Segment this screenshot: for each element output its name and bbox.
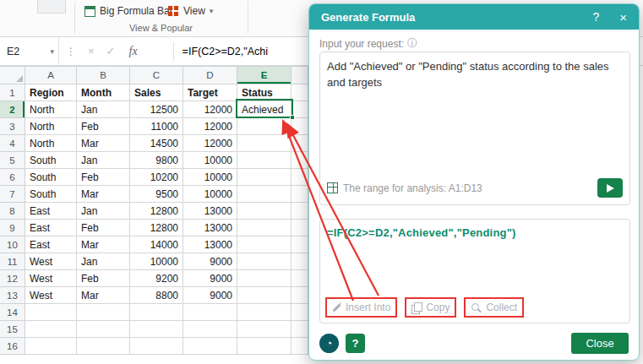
cell-A13[interactable]: West [25,287,77,304]
row-header-13[interactable]: 13 [0,287,25,304]
cell-C6[interactable]: 10200 [130,169,183,186]
cell-partial-3[interactable] [292,118,308,135]
row-header-12[interactable]: 12 [0,270,25,287]
cell-partial-1[interactable] [292,84,308,101]
cell-E12[interactable] [237,270,292,287]
row-header-4[interactable]: 4 [0,135,25,152]
cell-A4[interactable]: North [25,135,77,152]
cell-C11[interactable]: 10000 [130,253,183,270]
insert-function-icon[interactable]: fx [129,45,138,58]
col-header-D[interactable]: D [183,67,237,84]
info-icon[interactable]: ⓘ [407,36,417,51]
enter-icon[interactable]: ✓ [106,45,116,57]
grid-select-all-corner[interactable] [0,67,25,84]
cell-B9[interactable]: Feb [77,220,130,236]
cell-B14[interactable] [77,304,130,321]
copy-button[interactable]: Copy [405,297,456,318]
cell-C7[interactable]: 9500 [130,186,183,203]
cell-partial-13[interactable] [292,287,308,304]
row-header-9[interactable]: 9 [0,220,25,236]
cell-D10[interactable]: 13000 [183,236,237,253]
cell-A16[interactable] [25,338,77,355]
cell-A11[interactable]: West [25,253,77,270]
col-header-partial[interactable] [292,67,308,84]
cell-partial-5[interactable] [292,152,308,169]
cell-B3[interactable]: Feb [77,118,130,135]
cell-partial-12[interactable] [292,270,308,287]
cell-C2[interactable]: 12500 [130,101,183,118]
cell-E7[interactable] [237,186,292,203]
cell-E10[interactable] [237,236,292,253]
cell-C14[interactable] [130,304,183,321]
cell-D9[interactable]: 13000 [183,220,237,236]
formula-input[interactable]: =IF(C2>=D2,"Achi [183,46,268,57]
cell-E1[interactable]: Status [237,84,292,101]
cell-E2[interactable]: Achieved [237,101,292,118]
cell-partial-8[interactable] [292,203,308,220]
request-input[interactable]: Add "Achieved" or "Pending" status accor… [319,52,630,205]
cell-partial-9[interactable] [292,220,308,236]
col-header-C[interactable]: C [130,67,183,84]
row-header-7[interactable]: 7 [0,186,25,203]
cell-E16[interactable] [237,338,292,355]
cell-partial-14[interactable] [292,304,308,321]
cell-D6[interactable]: 10000 [183,169,237,186]
cell-E4[interactable] [237,135,292,152]
cell-D7[interactable]: 10000 [183,186,237,203]
cell-E8[interactable] [237,203,292,220]
row-header-10[interactable]: 10 [0,236,25,253]
row-header-3[interactable]: 3 [0,118,25,135]
row-header-15[interactable]: 15 [0,321,25,338]
cell-E3[interactable] [237,118,292,135]
name-box[interactable]: E2 ▾ [0,37,59,65]
cell-D8[interactable]: 13000 [183,203,237,220]
cell-E15[interactable] [237,321,292,338]
cell-A1[interactable]: Region [25,84,77,101]
cell-C9[interactable]: 12800 [130,220,183,236]
row-header-5[interactable]: 5 [0,152,25,169]
cell-D11[interactable]: 9000 [183,253,237,270]
cell-B15[interactable] [77,321,130,338]
cell-C8[interactable]: 12800 [130,203,183,220]
cell-A2[interactable]: North [25,101,77,118]
help-button[interactable]: ? [346,334,365,353]
cell-C13[interactable]: 8800 [130,287,183,304]
cell-A12[interactable]: West [25,270,77,287]
row-header-8[interactable]: 8 [0,203,25,220]
row-header-2[interactable]: 2 [0,101,25,118]
cell-A8[interactable]: East [25,203,77,220]
cell-C15[interactable] [130,321,183,338]
close-button[interactable]: Close [571,333,629,354]
cell-A7[interactable]: South [25,186,77,203]
cell-D14[interactable] [183,304,237,321]
cell-D1[interactable]: Target [183,84,237,101]
cell-D16[interactable] [183,338,237,355]
row-header-14[interactable]: 14 [0,304,25,321]
cell-E5[interactable] [237,152,292,169]
cell-C10[interactable]: 14000 [130,236,183,253]
cell-partial-7[interactable] [292,186,308,203]
cell-partial-6[interactable] [292,169,308,186]
send-button[interactable] [597,178,623,198]
cancel-icon[interactable]: × [88,45,95,57]
row-header-1[interactable]: 1 [0,84,25,101]
cell-E14[interactable] [237,304,292,321]
cell-partial-2[interactable] [292,101,308,118]
cell-B5[interactable]: Jan [77,152,130,169]
cell-B1[interactable]: Month [77,84,130,101]
cell-B11[interactable]: Jan [77,253,130,270]
cell-B8[interactable]: Jan [77,203,130,220]
cell-partial-16[interactable] [292,338,308,355]
cell-A5[interactable]: South [25,152,77,169]
cell-D3[interactable]: 12000 [183,118,237,135]
cell-partial-4[interactable] [292,135,308,152]
history-button[interactable]: ◔ [319,334,339,353]
cell-E9[interactable] [237,220,292,236]
row-header-11[interactable]: 11 [0,253,25,270]
cell-partial-15[interactable] [292,321,308,338]
ribbon-partial-control[interactable] [37,0,66,14]
title-help-icon[interactable]: ? [592,10,599,24]
cell-C1[interactable]: Sales [130,84,183,101]
cell-B13[interactable]: Mar [77,287,130,304]
cell-D5[interactable]: 10000 [183,152,237,169]
